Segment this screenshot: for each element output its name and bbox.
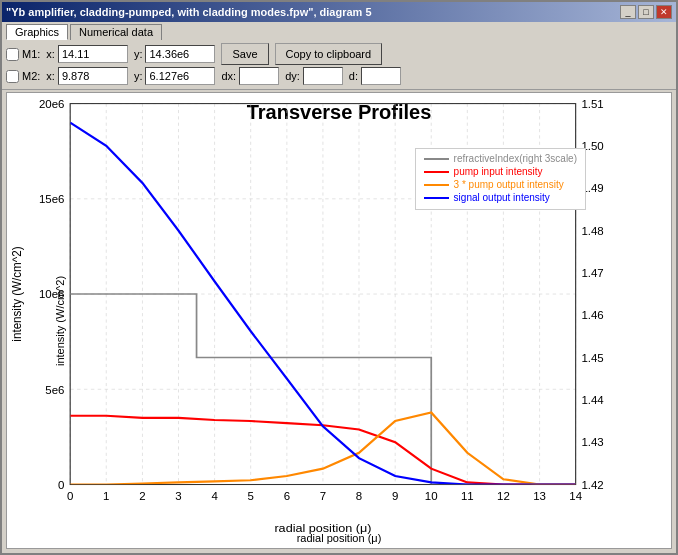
svg-text:1.44: 1.44 (581, 395, 603, 406)
svg-text:1: 1 (103, 491, 109, 502)
legend-line-pump-input (424, 171, 449, 173)
m1-checkbox-label: M1: (6, 48, 40, 61)
save-button[interactable]: Save (221, 43, 268, 65)
dy-input[interactable] (303, 67, 343, 85)
svg-text:0: 0 (67, 491, 73, 502)
m2-y-group: y: (134, 67, 216, 85)
svg-text:10: 10 (425, 491, 438, 502)
tab-row: Graphics Numerical data (6, 24, 672, 40)
legend-item-pump-output: 3 * pump output intensity (424, 179, 577, 190)
svg-text:10e6: 10e6 (39, 289, 65, 300)
legend-label-pump-output: 3 * pump output intensity (454, 179, 564, 190)
legend-line-signal (424, 197, 449, 199)
svg-text:3: 3 (175, 491, 181, 502)
m1-checkbox[interactable] (6, 48, 19, 61)
svg-text:14: 14 (569, 491, 582, 502)
m2-x-group: x: (46, 67, 128, 85)
m2-y-input[interactable] (145, 67, 215, 85)
d-group: d: (349, 67, 401, 85)
legend-label-pump-input: pump input intensity (454, 166, 543, 177)
svg-text:6: 6 (284, 491, 290, 502)
legend-item-refractive: refractiveIndex(right 3scale) (424, 153, 577, 164)
legend-label-signal: signal output intensity (454, 192, 550, 203)
svg-text:1.42: 1.42 (581, 479, 603, 490)
legend-item-signal: signal output intensity (424, 192, 577, 203)
controls-row-2: M2: x: y: dx: dy: d: (6, 67, 672, 85)
svg-text:1.47: 1.47 (581, 268, 603, 279)
title-bar: "Yb amplifier, cladding-pumped, with cla… (2, 2, 676, 22)
svg-text:4: 4 (211, 491, 217, 502)
tab-numerical[interactable]: Numerical data (70, 24, 162, 40)
m2-checkbox[interactable] (6, 70, 19, 83)
m1-x-input[interactable] (58, 45, 128, 63)
legend-line-pump-output (424, 184, 449, 186)
svg-text:20e6: 20e6 (39, 98, 65, 109)
svg-text:1.48: 1.48 (581, 225, 603, 236)
svg-text:11: 11 (461, 491, 474, 502)
svg-text:intensity (W/cm^2): intensity (W/cm^2) (9, 246, 24, 341)
svg-text:5e6: 5e6 (45, 384, 64, 395)
svg-text:15e6: 15e6 (39, 193, 65, 204)
svg-text:1.43: 1.43 (581, 437, 603, 448)
window-title: "Yb amplifier, cladding-pumped, with cla… (6, 6, 372, 18)
svg-text:5: 5 (247, 491, 253, 502)
svg-text:radial position (μ): radial position (μ) (274, 522, 371, 535)
legend-item-pump-input: pump input intensity (424, 166, 577, 177)
m1-y-group: y: (134, 45, 216, 63)
svg-text:9: 9 (392, 491, 398, 502)
window-controls: _ □ ✕ (620, 5, 672, 19)
m2-x-input[interactable] (58, 67, 128, 85)
chart-legend: refractiveIndex(right 3scale) pump input… (415, 148, 586, 210)
svg-text:8: 8 (356, 491, 362, 502)
svg-text:2: 2 (139, 491, 145, 502)
copy-clipboard-button[interactable]: Copy to clipboard (275, 43, 383, 65)
d-input[interactable] (361, 67, 401, 85)
m1-y-input[interactable] (145, 45, 215, 63)
svg-text:12: 12 (497, 491, 510, 502)
svg-text:1.45: 1.45 (581, 352, 603, 363)
m2-checkbox-label: M2: (6, 70, 40, 83)
tab-graphics[interactable]: Graphics (6, 24, 68, 40)
toolbar: Graphics Numerical data M1: x: y: Save C… (2, 22, 676, 90)
svg-text:13: 13 (533, 491, 546, 502)
controls-row-1: M1: x: y: Save Copy to clipboard (6, 43, 672, 65)
chart-area: Transverse Profiles intensity (W/cm^2) r… (6, 92, 672, 549)
dy-group: dy: (285, 67, 343, 85)
dx-group: dx: (221, 67, 279, 85)
m1-x-group: x: (46, 45, 128, 63)
svg-text:1.46: 1.46 (581, 310, 603, 321)
svg-text:7: 7 (320, 491, 326, 502)
dx-input[interactable] (239, 67, 279, 85)
minimize-button[interactable]: _ (620, 5, 636, 19)
close-button[interactable]: ✕ (656, 5, 672, 19)
svg-text:0: 0 (58, 479, 64, 490)
legend-line-refractive (424, 158, 449, 160)
maximize-button[interactable]: □ (638, 5, 654, 19)
legend-label-refractive: refractiveIndex(right 3scale) (454, 153, 577, 164)
svg-text:1.51: 1.51 (581, 98, 603, 109)
main-window: "Yb amplifier, cladding-pumped, with cla… (0, 0, 678, 555)
